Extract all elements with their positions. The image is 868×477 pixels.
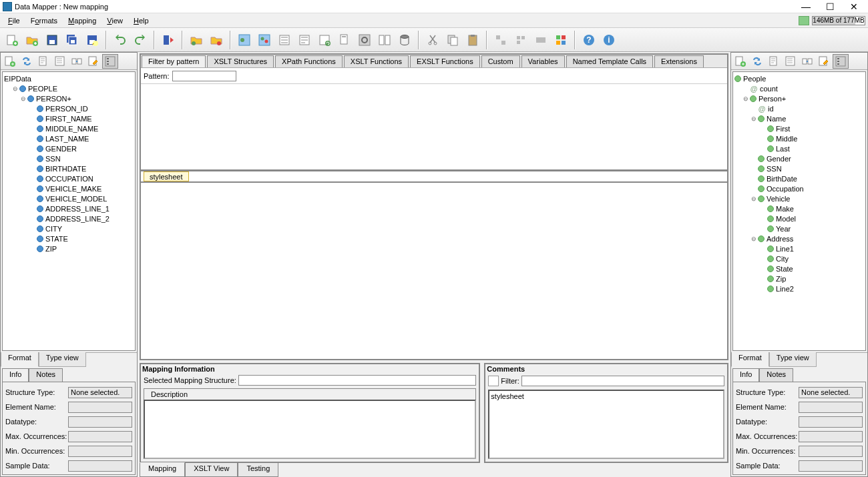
tree-person[interactable]: PERSON+ — [4, 93, 134, 103]
tree-node[interactable]: People — [734, 73, 864, 83]
tree-node[interactable]: Vehicle — [734, 193, 864, 203]
tree-field[interactable]: VEHICLE_MODEL — [4, 193, 134, 203]
toolbar-help-icon[interactable]: ? — [580, 31, 598, 49]
right-tab-typeview[interactable]: Type view — [769, 352, 817, 367]
toolbar-view1-icon[interactable] — [235, 31, 254, 49]
tree-node[interactable]: @id — [734, 103, 864, 113]
toolbar-settings-icon[interactable] — [355, 31, 374, 49]
toolbar-align1-icon[interactable] — [491, 31, 510, 49]
toolbar-redo-icon[interactable] — [131, 31, 150, 49]
footer-tab[interactable]: Testing — [238, 462, 278, 477]
center-tab[interactable]: XPath Functions — [275, 55, 343, 67]
left-info-tab-notes[interactable]: Notes — [29, 368, 63, 382]
right-tb-edit-icon[interactable] — [816, 54, 832, 69]
tree-field[interactable]: FIRST_NAME — [4, 113, 134, 123]
toolbar-split-icon[interactable] — [375, 31, 394, 49]
menu-file[interactable]: File — [3, 15, 25, 26]
toolbar-run-icon[interactable] — [159, 31, 178, 49]
tree-node[interactable]: BirthDate — [734, 173, 864, 183]
tree-node[interactable]: Year — [734, 223, 864, 233]
toolbar-saveall-icon[interactable] — [63, 31, 81, 49]
comments-filter-input[interactable] — [521, 376, 724, 386]
tree-field[interactable]: OCCUPATION — [4, 173, 134, 183]
left-tb-edit-icon[interactable] — [85, 54, 101, 69]
tree-field[interactable]: LAST_NAME — [4, 133, 134, 143]
selected-mapping-structure-input[interactable] — [238, 375, 477, 386]
tree-field[interactable]: ZIP — [4, 244, 134, 254]
description-textarea[interactable] — [144, 400, 476, 459]
tree-node[interactable]: Make — [734, 203, 864, 213]
tree-field[interactable]: STATE — [4, 233, 134, 244]
left-tb-sync-icon[interactable] — [19, 54, 35, 69]
center-tab[interactable]: EXSLT Functions — [410, 55, 480, 67]
right-info-tab-notes[interactable]: Notes — [759, 368, 793, 382]
comments-filter-icon[interactable] — [488, 376, 499, 386]
right-tab-format[interactable]: Format — [731, 352, 769, 367]
toolbar-view2-icon[interactable] — [255, 31, 274, 49]
toolbar-new-icon[interactable] — [3, 31, 21, 49]
right-tb-new-icon[interactable] — [732, 54, 748, 69]
tree-field[interactable]: VEHICLE_MAKE — [4, 183, 134, 193]
toolbar-paste-icon[interactable] — [463, 31, 482, 49]
tree-node[interactable]: State — [734, 264, 864, 274]
left-tree[interactable]: EIPData PEOPLE PERSON+ PERSON_IDFIRST_NA… — [2, 71, 136, 351]
left-tab-typeview[interactable]: Type view — [39, 352, 86, 367]
footer-tab[interactable]: XSLT View — [185, 462, 238, 477]
tree-node[interactable]: Middle — [734, 133, 864, 143]
menu-mapping[interactable]: Mapping — [63, 15, 101, 26]
tree-field[interactable]: ADDRESS_LINE_2 — [4, 213, 134, 223]
tree-node[interactable]: City — [734, 254, 864, 264]
menu-formats[interactable]: Formats — [25, 15, 63, 26]
close-button[interactable]: ✕ — [848, 2, 860, 11]
right-tb-doc-icon[interactable] — [766, 54, 782, 69]
toolbar-align4-icon[interactable] — [552, 31, 570, 49]
tree-root[interactable]: EIPData — [4, 73, 134, 83]
toolbar-undo-icon[interactable] — [111, 31, 130, 49]
right-tb-list-icon[interactable] — [783, 54, 799, 69]
tree-node[interactable]: Line2 — [734, 284, 864, 294]
tree-field[interactable]: CITY — [4, 223, 134, 233]
comments-body[interactable]: stylesheet — [488, 390, 724, 459]
right-tb-sync-icon[interactable] — [749, 54, 765, 69]
left-info-tab-info[interactable]: Info — [2, 368, 29, 382]
toolbar-list1-icon[interactable] — [275, 31, 294, 49]
toolbar-saveas-icon[interactable] — [83, 31, 101, 49]
left-tb-new-icon[interactable] — [2, 54, 18, 69]
toolbar-open-icon[interactable] — [23, 31, 41, 49]
tree-node[interactable]: Last — [734, 143, 864, 153]
maximize-button[interactable]: ☐ — [824, 2, 836, 11]
tree-field[interactable]: GENDER — [4, 143, 134, 153]
tree-field[interactable]: SSN — [4, 153, 134, 163]
tree-field[interactable]: BIRTHDATE — [4, 163, 134, 173]
center-tab[interactable]: Named Template Calls — [566, 55, 653, 67]
tree-node[interactable]: Person+ — [734, 93, 864, 103]
tree-node[interactable]: @count — [734, 83, 864, 93]
right-tb-tree-icon[interactable] — [833, 54, 849, 69]
left-tab-format[interactable]: Format — [1, 352, 39, 367]
center-tab[interactable]: Custom — [481, 55, 520, 67]
tree-node[interactable]: Model — [734, 213, 864, 223]
right-info-tab-info[interactable]: Info — [732, 368, 759, 382]
toolbar-save-icon[interactable] — [43, 31, 61, 49]
minimize-button[interactable]: — — [800, 2, 812, 11]
menu-view[interactable]: View — [101, 15, 128, 26]
tree-node[interactable]: Gender — [734, 153, 864, 163]
center-tab[interactable]: Filter by pattern — [142, 55, 206, 67]
left-tb-tree-icon[interactable] — [102, 54, 118, 69]
tree-field[interactable]: MIDDLE_NAME — [4, 123, 134, 133]
center-tab[interactable]: Variables — [521, 55, 565, 67]
toolbar-refresh-icon[interactable] — [315, 31, 334, 49]
tree-node[interactable]: Name — [734, 113, 864, 123]
mapping-canvas[interactable] — [140, 183, 728, 360]
tree-node[interactable]: SSN — [734, 163, 864, 173]
center-tab[interactable]: XSLT Functions — [344, 55, 409, 67]
left-tb-doc-icon[interactable] — [35, 54, 51, 69]
center-tab[interactable]: XSLT Structures — [207, 55, 274, 67]
description-tab[interactable]: Description — [144, 388, 476, 400]
left-tb-link-icon[interactable] — [69, 54, 85, 69]
toolbar-align3-icon[interactable] — [531, 31, 550, 49]
toolbar-about-icon[interactable]: i — [600, 31, 618, 49]
right-tree[interactable]: People@countPerson+@idNameFirstMiddleLas… — [732, 71, 866, 351]
tree-field[interactable]: PERSON_ID — [4, 103, 134, 113]
center-tab[interactable]: Extensions — [654, 55, 704, 67]
